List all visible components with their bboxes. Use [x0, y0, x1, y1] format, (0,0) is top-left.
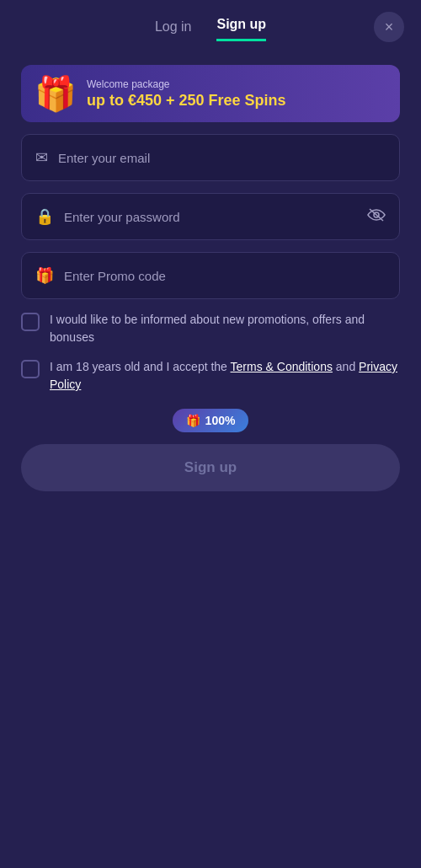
- promo-field-container: 🎁: [21, 252, 400, 299]
- tab-signup[interactable]: Sign up: [216, 17, 266, 41]
- welcome-banner: 🎁 Welcome package up to €450 + 250 Free …: [21, 65, 400, 122]
- gift-badge-percent: 100%: [205, 414, 236, 427]
- eye-icon[interactable]: [367, 208, 386, 226]
- email-icon: ✉: [35, 148, 48, 167]
- privacy-policy-link[interactable]: Privacy Policy: [50, 360, 397, 391]
- main-content: 🎁 Welcome package up to €450 + 250 Free …: [0, 48, 421, 508]
- close-button[interactable]: ×: [374, 12, 404, 42]
- checkbox-row-terms: I am 18 years old and I accept the Terms…: [21, 358, 400, 394]
- promo-input[interactable]: [64, 269, 386, 283]
- signup-button[interactable]: Sign up: [21, 444, 400, 491]
- gift-badge-icon: 🎁: [186, 414, 200, 427]
- gift-badge-container: 🎁 100%: [21, 409, 400, 432]
- email-input[interactable]: [58, 151, 386, 165]
- password-input[interactable]: [64, 210, 357, 224]
- banner-gift-icon: 🎁: [35, 77, 77, 110]
- checkbox-terms-label: I am 18 years old and I accept the Terms…: [50, 358, 400, 394]
- promo-icon: 🎁: [35, 266, 54, 285]
- checkbox-row-promotions: I would like to be informed about new pr…: [21, 311, 400, 346]
- checkbox-promotions-label: I would like to be informed about new pr…: [50, 311, 400, 346]
- header: Log in Sign up ×: [0, 0, 421, 48]
- banner-text: Welcome package up to €450 + 250 Free Sp…: [87, 78, 286, 110]
- tab-container: Log in Sign up: [155, 17, 266, 48]
- banner-label: Welcome package: [87, 78, 286, 90]
- terms-conditions-link[interactable]: Terms & Conditions: [231, 360, 333, 373]
- checkbox-promotions[interactable]: [21, 313, 40, 331]
- gift-badge: 🎁 100%: [173, 409, 249, 432]
- tab-login[interactable]: Log in: [155, 19, 192, 41]
- checkbox-terms[interactable]: [21, 360, 40, 378]
- lock-icon: 🔒: [35, 207, 54, 226]
- password-field-container: 🔒: [21, 193, 400, 240]
- close-icon: ×: [385, 19, 394, 36]
- email-field-container: ✉: [21, 134, 400, 181]
- banner-promo-text: up to €450 + 250 Free Spins: [87, 92, 286, 110]
